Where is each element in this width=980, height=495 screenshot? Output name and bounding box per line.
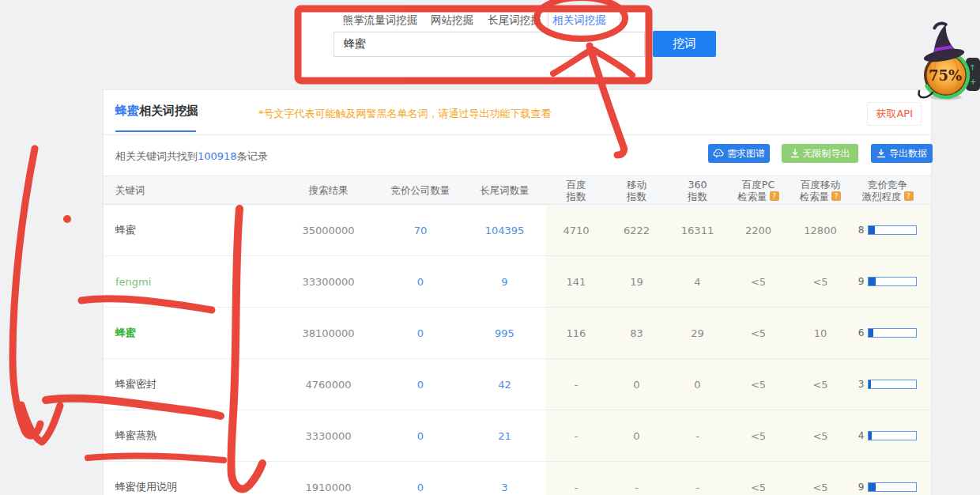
- baidu-mobile-cell: <5: [789, 462, 852, 495]
- help-icon[interactable]: ?: [904, 191, 914, 201]
- bid-companies-link[interactable]: 0: [378, 256, 463, 307]
- longtail-link[interactable]: 21: [463, 410, 546, 461]
- related-words-card: 蜂蜜相关词挖掘 *号文字代表可能触及网警黑名单名词，请通过导出功能下载查看 获取…: [103, 89, 932, 495]
- bid-companies-link[interactable]: 0: [378, 462, 463, 495]
- search-widget: 熊掌流量词挖掘 网站挖掘 长尾词挖掘 相关词挖掘: [299, 6, 650, 81]
- stats-prefix: 相关关键词共找到: [115, 150, 198, 162]
- search-results-cell: 35000000: [279, 205, 378, 255]
- demand-graph-label: 需求图谱: [727, 147, 765, 161]
- keyword-cell[interactable]: fengmi: [104, 256, 279, 307]
- keyword-cell[interactable]: 蜂蜜: [104, 308, 279, 358]
- search-results-cell: 38100000: [279, 308, 378, 358]
- export-data-button[interactable]: 导出数据: [871, 144, 933, 163]
- title-underline: [115, 130, 196, 132]
- bid-companies-link[interactable]: 0: [378, 359, 463, 410]
- longtail-link[interactable]: 3: [463, 462, 546, 495]
- tab-website-mining[interactable]: 网站挖掘: [431, 13, 473, 28]
- col-keyword: 关键词: [104, 176, 279, 204]
- competition-bar: [868, 431, 917, 440]
- 360-index-cell: 0: [667, 359, 728, 410]
- baidu-index-cell: -: [546, 410, 606, 461]
- dig-words-button[interactable]: 挖词: [653, 31, 716, 57]
- demand-graph-button[interactable]: 需求图谱: [708, 144, 770, 163]
- longtail-link[interactable]: 9: [463, 256, 546, 307]
- baidu-pc-cell: <5: [728, 410, 789, 461]
- mobile-index-cell: 0: [606, 410, 667, 461]
- keyword-cell[interactable]: 蜂蜜密封: [104, 359, 279, 410]
- competition-cell: 3: [852, 359, 931, 410]
- mobile-index-cell: -: [606, 462, 667, 495]
- competition-cell: 6: [852, 308, 931, 358]
- keyword-cell[interactable]: 蜂蜜蒸熟: [104, 410, 279, 461]
- baidu-index-cell: 141: [546, 256, 606, 307]
- col-baidu-index: 百度指数: [546, 176, 606, 204]
- baidu-pc-cell: <5: [728, 256, 789, 307]
- stats-suffix: 条记录: [237, 150, 268, 162]
- baidu-pc-cell: 2200: [728, 205, 789, 255]
- bid-companies-link[interactable]: 70: [378, 205, 463, 255]
- keyword-search-input[interactable]: [334, 32, 645, 57]
- col-baidu-mobile-volume: 百度移动检索量?: [789, 176, 852, 204]
- longtail-link[interactable]: 104395: [463, 205, 546, 255]
- result-count-text: 相关关键词共找到100918条记录: [115, 149, 268, 164]
- search-results-cell: 33300000: [279, 256, 378, 307]
- competition-bar: [868, 225, 917, 235]
- progress-percent: 75%: [929, 67, 962, 84]
- competition-bar: [868, 380, 917, 389]
- red-left-vertical-line: [13, 149, 40, 436]
- card-title: 蜂蜜相关词挖掘: [115, 104, 198, 119]
- table-row: 蜂蜜使用说明 1910000 0 3 - - - <5 <5 9: [104, 462, 931, 495]
- baidu-mobile-cell: <5: [789, 256, 852, 307]
- col-mobile-index: 移动指数: [606, 176, 667, 204]
- keyword-cell[interactable]: 蜂蜜: [104, 205, 279, 255]
- get-api-button[interactable]: 获取API: [867, 102, 922, 126]
- help-icon[interactable]: ?: [831, 191, 841, 201]
- up-arrow-icon: ↑: [969, 63, 975, 72]
- red-dot: [63, 215, 71, 223]
- baidu-mobile-cell: <5: [789, 410, 852, 461]
- table-row: 蜂蜜蒸熟 3330000 0 21 - 0 - <5 <5 4: [104, 410, 931, 462]
- longtail-link[interactable]: 42: [463, 359, 546, 410]
- col-competition: 竞价竞争激烈程度?: [852, 176, 931, 204]
- baidu-pc-cell: <5: [728, 359, 789, 410]
- baidu-pc-cell: <5: [728, 308, 789, 358]
- unlimited-export-label: 无限制导出: [803, 147, 850, 161]
- col-search-results: 搜索结果: [279, 176, 378, 204]
- bid-companies-link[interactable]: 0: [378, 410, 463, 461]
- help-icon[interactable]: ?: [770, 191, 779, 201]
- divider: [104, 134, 931, 135]
- keyword-mining-page: 熊掌流量词挖掘 网站挖掘 长尾词挖掘 相关词挖掘 挖词 蜂蜜相关词挖掘 *号文字…: [0, 0, 980, 495]
- title-keyword: 蜂蜜: [115, 104, 139, 118]
- baidu-pc-cell: <5: [728, 462, 789, 495]
- baidu-index-cell: 116: [546, 308, 606, 358]
- table-row: 蜂蜜 38100000 0 995 116 83 29 <5 10 6: [104, 308, 931, 359]
- baidu-mobile-cell: 10: [789, 308, 852, 358]
- competition-cell: 4: [852, 410, 931, 461]
- competition-cell: 9: [852, 462, 931, 495]
- competition-cell: 8: [852, 205, 931, 255]
- halloween-progress-badge[interactable]: ↑ + 75%: [909, 20, 980, 103]
- tab-traffic-words[interactable]: 熊掌流量词挖掘: [343, 13, 418, 28]
- baidu-mobile-cell: <5: [789, 359, 852, 410]
- table-row: 蜂蜜密封 4760000 0 42 - 0 0 <5 <5 3: [104, 359, 931, 410]
- competition-bar: [868, 277, 917, 286]
- search-results-cell: 3330000: [279, 410, 378, 461]
- tab-related-words-mining[interactable]: 相关词挖掘: [552, 13, 606, 28]
- competition-bar: [868, 482, 917, 492]
- keyword-cell[interactable]: 蜂蜜使用说明: [104, 462, 279, 495]
- download-icon: [876, 149, 886, 158]
- title-rest: 相关词挖掘: [139, 104, 198, 118]
- mobile-index-cell: 19: [606, 256, 667, 307]
- stats-count: 100918: [198, 150, 237, 162]
- 360-index-cell: -: [667, 410, 728, 461]
- tab-longtail-mining[interactable]: 长尾词挖掘: [488, 13, 541, 28]
- table-row: 蜂蜜 35000000 70 104395 4710 6222 16311 22…: [104, 205, 931, 256]
- bid-companies-link[interactable]: 0: [378, 308, 463, 358]
- unlimited-export-button[interactable]: 无限制导出: [782, 144, 858, 163]
- baidu-index-cell: 4710: [546, 205, 606, 255]
- download-icon: [790, 149, 800, 158]
- longtail-link[interactable]: 995: [463, 308, 546, 358]
- plus-icon: +: [970, 77, 976, 86]
- competition-bar: [868, 328, 917, 338]
- baidu-mobile-cell: 12800: [789, 205, 852, 255]
